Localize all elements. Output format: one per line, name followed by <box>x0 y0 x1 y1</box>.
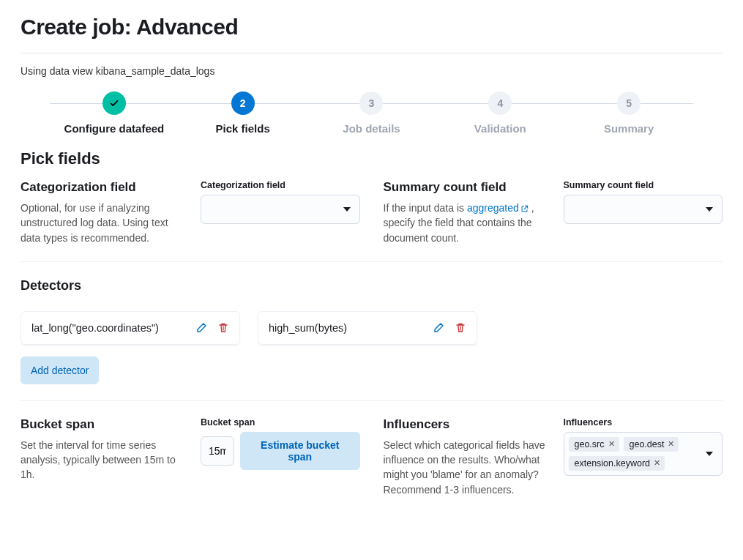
edit-detector-button[interactable] <box>195 322 207 334</box>
step-validation[interactable]: 4Validation <box>436 92 564 135</box>
external-link-icon <box>519 202 529 214</box>
chevron-down-icon <box>343 207 351 212</box>
summary-count-desc: If the input data is aggregated , specif… <box>384 201 549 245</box>
influencers-select[interactable]: geo.src✕geo.dest✕extension.keyword✕ <box>564 432 723 476</box>
delete-detector-button[interactable] <box>455 322 466 334</box>
step-label: Validation <box>474 122 526 135</box>
wizard-stepper: Configure datafeed2Pick fields3Job detai… <box>50 92 693 135</box>
categorization-label: Categorization field <box>201 180 360 190</box>
page-title: Create job: Advanced <box>20 15 723 40</box>
influencer-pill: geo.src✕ <box>569 437 619 452</box>
chevron-down-icon <box>706 207 713 212</box>
categorization-column: Categorization field Optional, for use i… <box>20 180 360 245</box>
bucket-span-desc: Set the interval for time series analysi… <box>20 438 186 482</box>
step-configure-datafeed[interactable]: Configure datafeed <box>50 92 179 135</box>
categorization-desc: Optional, for use if analyzing unstructu… <box>20 201 186 245</box>
chevron-down-icon <box>706 452 713 456</box>
step-label: Job details <box>343 122 400 135</box>
trash-icon <box>217 322 229 334</box>
section-divider-1 <box>20 261 723 262</box>
summary-count-select[interactable] <box>564 195 723 224</box>
influencers-desc: Select which categorical fields have inf… <box>384 438 549 497</box>
field-config-row: Categorization field Optional, for use i… <box>20 180 723 245</box>
influencer-pill-label: extension.keyword <box>575 458 651 468</box>
bucket-span-label: Bucket span <box>201 417 360 428</box>
section-divider-2 <box>20 400 723 401</box>
trash-icon <box>455 322 466 334</box>
influencer-pill-label: geo.src <box>575 439 605 449</box>
bucket-span-input[interactable] <box>201 436 234 466</box>
bucket-span-column: Bucket span Set the interval for time se… <box>20 417 360 497</box>
dataview-text: Using data view kibana_sample_data_logs <box>20 65 723 77</box>
summary-count-title: Summary count field <box>384 180 549 195</box>
step-circle: 4 <box>488 92 512 115</box>
influencers-column: Influencers Select which categorical fie… <box>384 417 723 497</box>
detector-card: lat_long("geo.coordinates") <box>20 311 240 345</box>
influencer-pill: geo.dest✕ <box>624 437 679 452</box>
remove-influencer-button[interactable]: ✕ <box>654 458 660 468</box>
detector-card: high_sum(bytes) <box>258 311 477 345</box>
step-summary[interactable]: 5Summary <box>564 92 693 135</box>
section-title: Pick fields <box>20 149 723 168</box>
step-label: Pick fields <box>216 122 270 135</box>
detectors-list: lat_long("geo.coordinates")high_sum(byte… <box>20 311 723 345</box>
step-circle: 3 <box>359 92 383 115</box>
detectors-title: Detectors <box>20 278 723 294</box>
step-job-details[interactable]: 3Job details <box>307 92 436 135</box>
remove-influencer-button[interactable]: ✕ <box>608 439 615 449</box>
detector-text: high_sum(bytes) <box>269 322 347 334</box>
step-circle: 5 <box>617 92 641 115</box>
detector-text: lat_long("geo.coordinates") <box>31 322 159 334</box>
step-label: Configure datafeed <box>64 122 165 135</box>
pencil-icon <box>433 322 444 334</box>
step-circle <box>102 92 126 115</box>
step-label: Summary <box>604 122 654 135</box>
influencers-title: Influencers <box>384 417 549 432</box>
summary-count-label: Summary count field <box>564 180 723 190</box>
add-detector-button[interactable]: Add detector <box>20 356 99 384</box>
title-divider <box>20 53 723 53</box>
influencers-label: Influencers <box>564 417 723 428</box>
sum-desc-pre: If the input data is <box>384 202 467 214</box>
summary-count-column: Summary count field If the input data is… <box>384 180 723 245</box>
influencer-pill-label: geo.dest <box>630 439 665 449</box>
categorization-select[interactable] <box>201 195 360 224</box>
aggregated-link-text: aggregated <box>467 202 519 214</box>
estimate-bucket-span-button[interactable]: Estimate bucket span <box>240 432 360 470</box>
check-icon <box>109 98 119 108</box>
step-circle: 2 <box>231 92 255 115</box>
step-pick-fields[interactable]: 2Pick fields <box>179 92 307 135</box>
pencil-icon <box>195 322 207 334</box>
aggregated-link[interactable]: aggregated <box>467 202 529 214</box>
edit-detector-button[interactable] <box>433 322 444 334</box>
remove-influencer-button[interactable]: ✕ <box>668 439 674 449</box>
bucket-span-title: Bucket span <box>20 417 186 432</box>
influencer-pill: extension.keyword✕ <box>569 456 665 471</box>
delete-detector-button[interactable] <box>217 322 229 334</box>
bucket-influencers-row: Bucket span Set the interval for time se… <box>20 417 723 497</box>
categorization-title: Categorization field <box>20 180 186 195</box>
